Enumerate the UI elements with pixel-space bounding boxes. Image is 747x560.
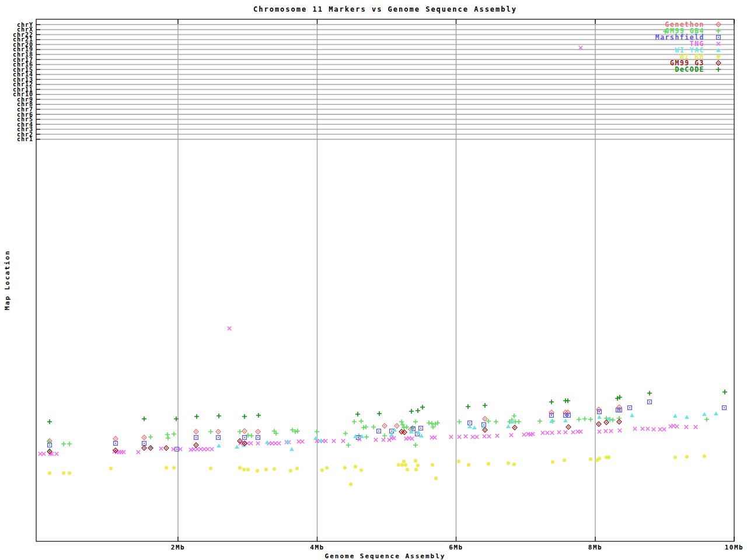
series-genethon: [47, 405, 622, 443]
chart-title: Chromosome 11 Markers vs Genome Sequence…: [36, 5, 734, 13]
chromosome-tracks: chrYchrXchr22chr21chr20chr19chr18chr17ch…: [13, 22, 734, 143]
x-tick-label: 10Mb: [725, 544, 744, 551]
x-tick-label: 2Mb: [171, 544, 185, 551]
series-wi-rh: [48, 454, 707, 487]
series-decode: [47, 390, 727, 424]
legend-label: DeCODE: [675, 65, 704, 74]
x-tick-label: 6Mb: [449, 544, 463, 551]
x-tick-label: 8Mb: [588, 544, 602, 551]
legend: GenethonGM99 GB4MarshfieldTNGWI YACWI RH…: [655, 20, 721, 74]
x-tick-label: 4Mb: [310, 544, 324, 551]
chromosome-label: chr1: [17, 136, 33, 142]
series-gm99-g3: [47, 419, 622, 454]
chart-page: chrYchrXchr22chr21chr20chr19chr18chr17ch…: [0, 0, 747, 560]
x-axis-label: Genome Sequence Assembly: [36, 552, 734, 560]
y-axis-label: Map Location: [4, 250, 11, 310]
plot-frame: [36, 19, 734, 541]
series-gm99-gb4: [47, 29, 709, 447]
series-wi-yac: [47, 411, 718, 452]
scatter-plot: chrYchrXchr22chr21chr20chr19chr18chr17ch…: [0, 0, 747, 560]
series-tng: [39, 46, 697, 456]
